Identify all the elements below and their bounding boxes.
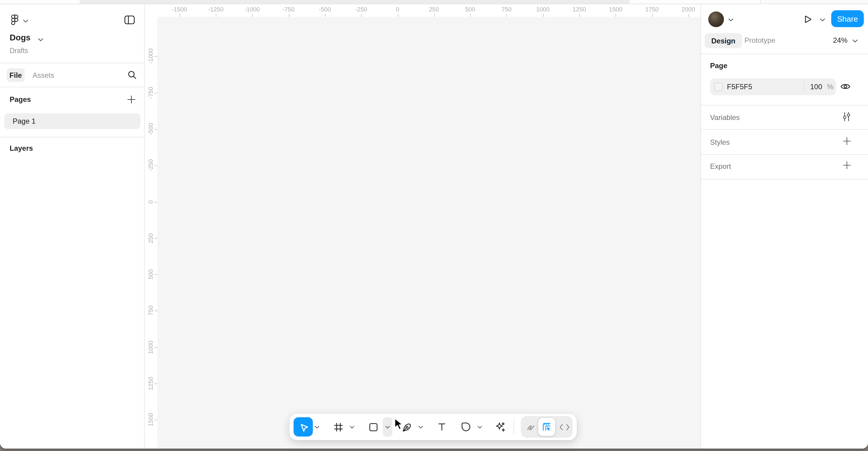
styles-section-header[interactable]: Styles	[710, 138, 730, 147]
ruler-tick	[154, 56, 157, 57]
fill-opacity-value[interactable]: 100	[810, 83, 822, 91]
ruler-tick	[398, 14, 398, 17]
add-style-button[interactable]	[842, 136, 852, 146]
ruler-cursor-icon	[541, 421, 552, 432]
frame-icon	[333, 422, 343, 432]
ruler-tick	[252, 14, 253, 17]
comment-tool-button[interactable]	[456, 417, 475, 437]
divider	[701, 129, 868, 130]
page-name: Page 1	[13, 117, 36, 125]
ruler-tick	[154, 93, 157, 93]
divider	[0, 87, 144, 87]
avatar[interactable]	[708, 11, 724, 27]
comment-icon	[461, 421, 471, 432]
layers-header[interactable]: Layers	[10, 144, 33, 153]
actions-tool-button[interactable]	[490, 417, 509, 437]
divider	[701, 179, 868, 180]
background-window-edge	[80, 0, 630, 4]
figma-app: -1000-750-500-2500250500750100012501500 …	[0, 0, 868, 451]
ruler-label: 500	[465, 6, 475, 13]
play-icon	[802, 13, 814, 25]
open-variables-button[interactable]	[842, 112, 851, 122]
page-list-item[interactable]: Page 1	[4, 113, 141, 129]
figma-logo-icon	[10, 14, 19, 27]
draw-mode-button[interactable]	[523, 418, 538, 436]
tab-design[interactable]: Design	[705, 33, 742, 48]
ruler-label: -250	[147, 159, 154, 171]
add-page-button[interactable]	[127, 95, 136, 104]
ruler-tick	[179, 14, 180, 17]
zoom-chevron-icon[interactable]	[852, 39, 858, 43]
tab-prototype[interactable]: Prototype	[744, 36, 775, 44]
zoom-level[interactable]: 24%	[833, 36, 847, 44]
ruler-tick	[361, 14, 362, 17]
ruler-label: -1250	[208, 6, 223, 13]
design-canvas[interactable]: -1000-750-500-2500250500750100012501500 …	[145, 4, 701, 449]
present-chevron-icon[interactable]	[820, 18, 825, 22]
divider	[0, 63, 144, 63]
dev-mode-button[interactable]	[556, 418, 572, 436]
pen-tool-chevron[interactable]	[416, 417, 425, 437]
scribble-icon	[525, 422, 535, 432]
page-fill-input[interactable]: F5F5F5 100 %	[710, 79, 836, 95]
search-button[interactable]	[127, 70, 137, 80]
shape-tool-chevron[interactable]	[383, 417, 393, 437]
inspect-mode-button[interactable]	[538, 418, 555, 436]
sliders-icon	[842, 112, 851, 122]
file-title[interactable]: Dogs	[10, 33, 30, 42]
background-window-edge-2	[760, 0, 868, 4]
pointer-arrow-icon	[394, 418, 407, 432]
ruler-label: -1500	[172, 6, 187, 13]
fill-hex-value[interactable]: F5F5F5	[727, 83, 752, 91]
share-button[interactable]: Share	[831, 10, 864, 27]
tab-file[interactable]: File	[7, 68, 25, 82]
divider	[701, 154, 868, 155]
ruler-label: 1250	[572, 6, 586, 13]
file-title-chevron-icon[interactable]	[38, 38, 43, 41]
tab-assets[interactable]: Assets	[33, 71, 54, 80]
vertical-ruler: -1000-750-500-2500250500750100012501500	[145, 4, 157, 449]
top-edge-strip	[0, 0, 868, 4]
variables-section-header[interactable]: Variables	[710, 113, 740, 122]
add-export-button[interactable]	[842, 160, 852, 170]
main-menu-chevron-icon[interactable]	[23, 19, 28, 23]
search-icon	[127, 70, 137, 80]
rectangle-icon	[368, 422, 378, 432]
shape-tool-button[interactable]	[364, 417, 383, 437]
divider	[701, 105, 868, 106]
sidebar-toggle-icon	[124, 15, 135, 25]
figma-logo-menu[interactable]	[10, 14, 19, 27]
toggle-sidebar-button[interactable]	[124, 15, 135, 25]
divider	[701, 54, 868, 54]
ruler-label: -750	[282, 6, 294, 13]
ruler-tick	[579, 14, 580, 17]
ruler-label: -250	[355, 6, 367, 13]
plus-icon	[842, 136, 852, 146]
ruler-tick	[288, 14, 289, 17]
toggle-visibility-button[interactable]	[840, 83, 850, 90]
ruler-tick	[616, 14, 616, 17]
text-tool-button[interactable]	[432, 417, 452, 437]
page-section-header[interactable]: Page	[710, 61, 727, 70]
present-button[interactable]	[802, 13, 814, 25]
pages-header[interactable]: Pages	[10, 95, 31, 104]
cursor-icon	[298, 421, 309, 432]
color-swatch[interactable]	[714, 83, 723, 91]
divider	[0, 137, 144, 138]
export-section-header[interactable]: Export	[710, 162, 731, 171]
ruler-tick	[470, 14, 471, 17]
ruler-label: 1750	[645, 6, 659, 13]
plus-icon	[127, 95, 136, 104]
move-tool-button[interactable]	[293, 417, 313, 437]
app-window: -1000-750-500-2500250500750100012501500 …	[0, 0, 868, 449]
frame-tool-button[interactable]	[329, 417, 348, 437]
right-panel: Share Design Prototype 24% Page F5F5F5 1…	[701, 4, 868, 449]
text-icon	[437, 422, 447, 432]
ruler-tick	[154, 420, 157, 421]
ruler-label: -1000	[147, 49, 154, 64]
file-location[interactable]: Drafts	[10, 47, 28, 54]
account-chevron-icon[interactable]	[728, 18, 734, 22]
comment-tool-chevron[interactable]	[475, 417, 484, 437]
frame-tool-chevron[interactable]	[348, 417, 356, 437]
move-tool-chevron[interactable]	[313, 417, 321, 437]
